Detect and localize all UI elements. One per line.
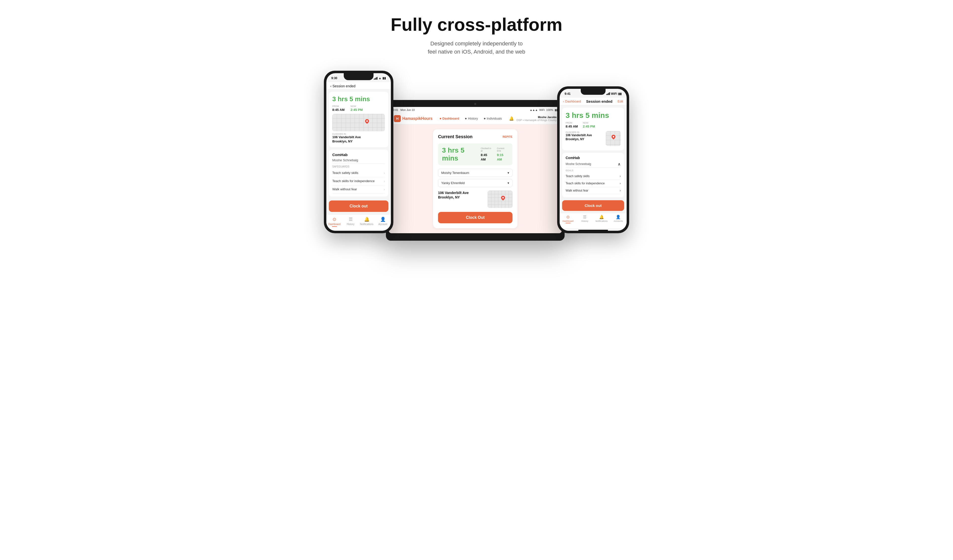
tab-notifications[interactable]: 🔔 Notifications [359, 217, 375, 227]
chevron-icon: › [620, 181, 621, 185]
right-from-item: FROM 8:45 AM [566, 122, 578, 129]
cs-map [488, 191, 512, 208]
dynamic-island [581, 89, 605, 95]
right-now-item: NOW 2:45 PM [583, 122, 595, 129]
tab-bar: ⊙ Dashboard ☰ History 🔔 Notifications 👤 … [326, 214, 391, 231]
map-thumbnail [332, 114, 385, 131]
right-service-name: ComHab [566, 156, 621, 160]
user-info: Moshe Jacobs DSP • Hamaspik of Kings Cou… [517, 116, 557, 122]
edit-button[interactable]: Edit [618, 99, 623, 103]
dot-icon [484, 118, 486, 119]
right-goal-0[interactable]: Teach safety skills › [566, 173, 621, 180]
right-tab-accounts[interactable]: 👤 Accounts [610, 215, 627, 223]
bell-icon: 🔔 [364, 217, 369, 222]
chevron-icon: › [384, 187, 385, 191]
right-clock-out-button[interactable]: Clock out [562, 200, 624, 211]
cs-clock-out-button[interactable]: Clock Out [438, 212, 512, 223]
dot-icon [465, 118, 467, 119]
right-tab-history[interactable]: ☰ History [576, 215, 593, 223]
cs-workers: Moishy Tenenbaum ▾ Yanky Ehrenfeld ▾ [438, 169, 512, 187]
tablet-status-time: 9:41 Mon Jun 10 [393, 109, 415, 112]
nav-history[interactable]: History [465, 116, 478, 120]
right-duration: 3 hrs 5 mins [566, 111, 621, 119]
right-tab-notifications[interactable]: 🔔 Notifications [593, 215, 610, 223]
hero-title: Fully cross-platform [391, 15, 562, 34]
right-goal-1[interactable]: Teach skills for independence › [566, 180, 621, 187]
nav-bar: ‹ Session ended [326, 82, 391, 89]
right-person-name: Moshe Schneebalg [566, 162, 591, 166]
right-map [606, 131, 621, 146]
status-time: 9:30 [331, 76, 337, 80]
chevron-down-icon: ▾ [508, 181, 509, 185]
signal-bars [374, 77, 377, 80]
nav-individuals[interactable]: Individuals [484, 116, 502, 120]
person-name: Moshe Schnebalg [332, 158, 385, 164]
hero-section: Fully cross-platform Designed completely… [391, 15, 562, 56]
chevron-down-icon: ▾ [508, 171, 509, 175]
tab-history[interactable]: ☰ History [343, 217, 359, 227]
cs-duration: 3 hrs 5 mins [442, 146, 481, 162]
back-button[interactable]: ‹ Session ended [330, 84, 355, 88]
history-icon: ☰ [583, 215, 587, 219]
worker1-select[interactable]: Moishy Tenenbaum ▾ [438, 169, 512, 177]
back-label: Session ended [332, 84, 355, 88]
tablet-nav: H HamaspikHours Dashboard History [389, 113, 562, 124]
status-time-right: 9:41 [565, 92, 571, 96]
dashboard-icon: ⊙ [332, 217, 336, 222]
hero-subtitle: Designed completely independently to fee… [391, 39, 562, 56]
repite-label: REPITE [503, 135, 512, 138]
logo: H HamaspikHours [394, 115, 433, 122]
right-nav-bar: ‹ Dashboard Session ended Edit [560, 98, 627, 105]
current-session-card: Current Session REPITE 3 hrs 5 mins Cloc… [433, 129, 517, 228]
right-tab-dashboard[interactable]: ⊙ Dashboard [560, 215, 576, 223]
tab-account[interactable]: 👤 Account [375, 217, 391, 227]
back-to-dashboard[interactable]: ‹ Dashboard [563, 99, 581, 103]
right-service-card: ComHab Moshe Schneebalg ∧ Goals Teach sa… [562, 153, 624, 197]
goal-item-1[interactable]: Teach skills for independence › [332, 177, 385, 185]
cs-time-row: 3 hrs 5 mins Clocked in at 8:45 AM Curre… [438, 143, 512, 165]
service-name: ComHab [332, 153, 385, 157]
service-section: ComHab Moshe Schnebalg Safeguards Teach … [329, 150, 388, 197]
goal-item-2[interactable]: Walk without fear › [332, 185, 385, 194]
tablet-body: Current Session REPITE 3 hrs 5 mins Cloc… [389, 124, 562, 233]
right-map-addr: CLOCKED IN 106 Vanderbilt Ave Brooklyn, … [566, 131, 621, 146]
tablet-camera [474, 103, 476, 105]
tablet-status-bar: 9:41 Mon Jun 10 ▲▲▲ WiFi 100% ▮▮ [389, 107, 562, 113]
cs-address: 106 Vanderbilt Ave Brooklyn, NY [438, 191, 485, 200]
left-phone: 9:30 ▲ ▮▮ ‹ Session ended [324, 71, 393, 233]
right-person-row: Moshe Schneebalg ∧ [566, 161, 621, 168]
tablet: 9:41 Mon Jun 10 ▲▲▲ WiFi 100% ▮▮ H Hamas… [386, 100, 565, 240]
chevron-icon: › [620, 174, 621, 178]
clocked-address: 106 Vanderbilt Ave Brooklyn, NY [332, 135, 385, 144]
tablet-nav-links: Dashboard History Individuals [440, 116, 502, 120]
bell-icon[interactable]: 🔔 [509, 116, 514, 121]
cs-location: 106 Vanderbilt Ave Brooklyn, NY [438, 191, 512, 208]
bell-icon: 🔔 [599, 215, 604, 219]
dot-icon [440, 118, 441, 119]
status-icons-right: WiFi ▮▮ [606, 92, 622, 96]
tablet-status-right: ▲▲▲ WiFi 100% ▮▮ [529, 109, 558, 112]
phone-notch [344, 73, 374, 80]
chevron-icon: › [384, 171, 385, 175]
history-icon: ☰ [349, 217, 353, 222]
nav-dashboard[interactable]: Dashboard [440, 116, 459, 120]
chevron-up-icon: ∧ [618, 162, 621, 166]
session-duration: 3 hrs 5 mins [332, 95, 385, 103]
tab-dashboard[interactable]: ⊙ Dashboard [326, 217, 343, 227]
cs-title: Current Session [438, 134, 473, 140]
goal-item-0[interactable]: Teach safety skills › [332, 169, 385, 177]
accounts-icon: 👤 [616, 215, 621, 219]
account-icon: 👤 [380, 217, 386, 222]
clock-out-button[interactable]: Clock out [329, 200, 388, 212]
right-tab-bar: ⊙ Dashboard ☰ History 🔔 Notifications 👤 … [560, 213, 627, 228]
logo-text: HamaspikHours [402, 116, 433, 121]
devices-container: 9:30 ▲ ▮▮ ‹ Session ended [303, 71, 650, 240]
safeguards-label: Safeguards [332, 165, 385, 168]
chevron-icon: › [384, 179, 385, 183]
chevron-icon: › [620, 189, 621, 192]
right-goal-2[interactable]: Walk without fear › [566, 187, 621, 194]
signal-bars-right [606, 92, 610, 95]
dashboard-icon: ⊙ [567, 215, 570, 219]
worker2-select[interactable]: Yanky Ehrenfeld ▾ [438, 179, 512, 187]
right-session-times: FROM 8:45 AM NOW 2:45 PM [566, 122, 621, 129]
